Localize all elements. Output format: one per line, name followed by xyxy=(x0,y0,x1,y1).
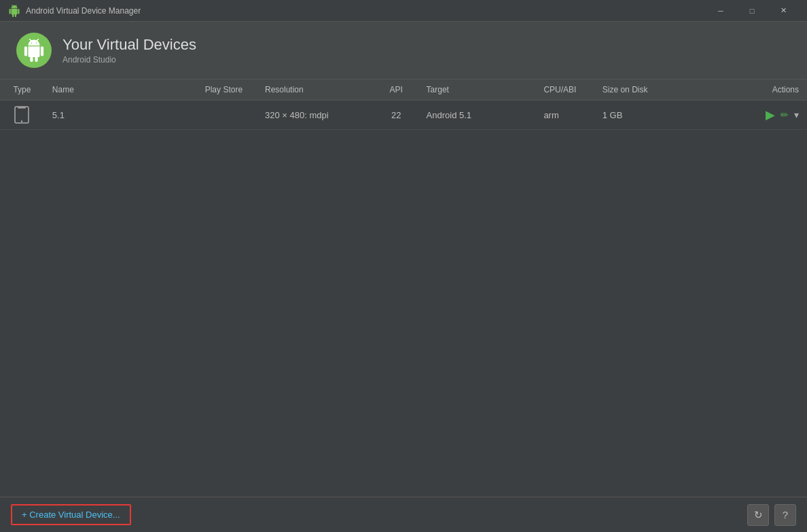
refresh-icon: ↻ xyxy=(754,509,763,521)
col-header-size: Size on Disk xyxy=(594,79,683,101)
table-row[interactable]: 5.1320 × 480: mdpi22Android 5.1arm1 GB ▶… xyxy=(0,101,807,130)
footer-actions: ↻ ? xyxy=(747,504,796,526)
svg-point-2 xyxy=(21,120,22,122)
cell-resolution: 320 × 480: mdpi xyxy=(257,101,374,130)
cell-api: 22 xyxy=(374,101,418,130)
titlebar: Android Virtual Device Manager ─ □ ✕ xyxy=(0,0,807,22)
maximize-button[interactable]: □ xyxy=(736,0,768,22)
window-controls: ─ □ ✕ xyxy=(705,0,799,22)
minimize-button[interactable]: ─ xyxy=(705,0,736,22)
col-header-playstore: Play Store xyxy=(191,79,257,101)
col-header-name: Name xyxy=(44,79,191,101)
edit-device-button[interactable]: ✏ xyxy=(781,109,789,120)
cell-cpu-abi: arm xyxy=(535,101,594,130)
footer: + Create Virtual Device... ↻ ? xyxy=(0,497,807,532)
svg-rect-1 xyxy=(18,107,26,109)
col-header-type: Type xyxy=(0,79,44,101)
page-heading: Your Virtual Devices xyxy=(62,36,196,54)
cell-type xyxy=(0,101,44,130)
window-title: Android Virtual Device Manager xyxy=(26,6,705,16)
create-virtual-device-button[interactable]: + Create Virtual Device... xyxy=(11,504,131,525)
create-btn-label: + Create Virtual Device... xyxy=(22,510,120,520)
devices-table: Type Name Play Store Resolution API Targ… xyxy=(0,79,807,130)
cell-playstore xyxy=(191,101,257,130)
app-logo xyxy=(16,33,52,68)
devices-table-container[interactable]: Type Name Play Store Resolution API Targ… xyxy=(0,79,807,497)
cell-actions: ▶ ✏ ▾ xyxy=(682,101,807,130)
table-header-row: Type Name Play Store Resolution API Targ… xyxy=(0,79,807,101)
col-header-api: API xyxy=(374,79,418,101)
col-header-target: Target xyxy=(418,79,536,101)
col-header-resolution: Resolution xyxy=(257,79,374,101)
refresh-button[interactable]: ↻ xyxy=(747,504,769,526)
app-subtitle: Android Studio xyxy=(62,55,196,65)
app-header: Your Virtual Devices Android Studio xyxy=(0,22,807,79)
android-icon xyxy=(8,5,20,17)
col-header-actions: Actions xyxy=(682,79,807,101)
run-device-button[interactable]: ▶ xyxy=(766,107,775,122)
main-content: Type Name Play Store Resolution API Targ… xyxy=(0,79,807,497)
cell-name: 5.1 xyxy=(44,101,191,130)
help-icon: ? xyxy=(783,509,788,520)
help-button[interactable]: ? xyxy=(774,504,796,526)
more-actions-button[interactable]: ▾ xyxy=(794,109,799,120)
header-text: Your Virtual Devices Android Studio xyxy=(62,36,196,65)
cell-target: Android 5.1 xyxy=(418,101,536,130)
col-header-cpu: CPU/ABI xyxy=(535,79,594,101)
cell-size-on-disk: 1 GB xyxy=(594,101,683,130)
phone-icon xyxy=(14,106,29,124)
close-button[interactable]: ✕ xyxy=(768,0,799,22)
